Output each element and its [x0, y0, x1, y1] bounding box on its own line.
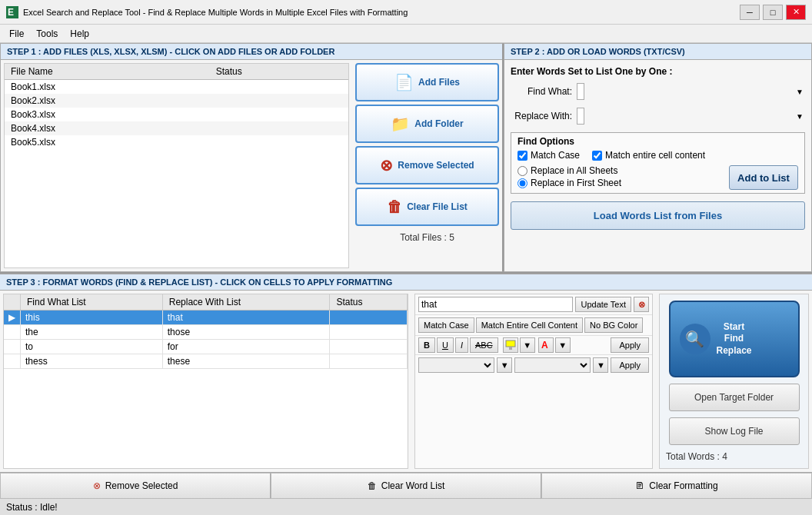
- remove-selected-files-button[interactable]: ⊗ Remove Selected: [355, 146, 499, 184]
- format-panel: Update Text ⊗ Match Case Match Entire Ce…: [414, 294, 653, 469]
- apply-format-button[interactable]: Apply: [611, 337, 649, 353]
- text-color-bg-button[interactable]: [503, 337, 518, 353]
- file-name-cell: Book1.xlsx: [5, 80, 210, 95]
- col-status: Status: [210, 64, 348, 80]
- start-btn-text: Start Find Replace: [717, 321, 752, 357]
- file-row[interactable]: Book1.xlsx: [5, 80, 348, 95]
- minimize-button[interactable]: ─: [740, 5, 760, 20]
- replace-with-input[interactable]: [577, 108, 584, 125]
- match-entire-label: Match entire cell content: [605, 150, 705, 161]
- status-cell: [330, 340, 408, 354]
- clear-word-list-button[interactable]: 🗑 Clear Word List: [271, 473, 541, 499]
- find-what-arrow: ▼: [796, 88, 804, 96]
- status-cell: [330, 325, 408, 340]
- replace-first-label: Replace in First Sheet: [531, 178, 621, 188]
- file-list-area[interactable]: File Name Status Book1.xlsxBook2.xlsxBoo…: [4, 63, 349, 268]
- remove-selected-words-button[interactable]: ⊗ Remove Selected: [0, 473, 271, 499]
- file-table: File Name Status Book1.xlsxBook2.xlsxBoo…: [5, 64, 348, 149]
- file-status-cell: [210, 135, 348, 149]
- replace-all-radio[interactable]: [517, 166, 527, 176]
- clear-formatting-button[interactable]: 🖹 Clear Formatting: [541, 473, 812, 499]
- find-what-input[interactable]: [577, 83, 584, 100]
- word-list-area[interactable]: Find What List Replace With List Status …: [3, 294, 408, 469]
- add-files-button[interactable]: 📄 Add Files: [355, 63, 499, 101]
- file-status-cell: [210, 94, 348, 108]
- update-text-button[interactable]: Update Text: [575, 297, 631, 312]
- font-select[interactable]: [418, 357, 494, 373]
- replace-first-sheet-row: Replace in First Sheet: [517, 178, 729, 188]
- file-row[interactable]: Book4.xlsx: [5, 121, 348, 135]
- menu-file[interactable]: File: [3, 27, 30, 41]
- format-options-row: Match Case Match Entire Cell Content No …: [415, 315, 652, 336]
- add-folder-button[interactable]: 📁 Add Folder: [355, 105, 499, 143]
- match-case-checkbox[interactable]: [517, 151, 527, 161]
- show-log-file-button[interactable]: Show Log File: [669, 417, 800, 445]
- find-what-label: Find What:: [511, 86, 572, 97]
- menu-help[interactable]: Help: [64, 27, 95, 41]
- app-icon: E: [6, 6, 18, 18]
- main-content: STEP 1 : ADD FILES (XLS, XLSX, XLSM) - C…: [0, 43, 812, 498]
- replace-first-radio[interactable]: [517, 178, 527, 188]
- step3-panel: STEP 3 : FORMAT WORDS (FIND & REPLACE LI…: [0, 274, 812, 498]
- file-row[interactable]: Book3.xlsx: [5, 108, 348, 121]
- file-name-cell: Book2.xlsx: [5, 94, 210, 108]
- add-to-list-button[interactable]: Add to List: [729, 165, 798, 190]
- svg-text:A: A: [541, 340, 548, 351]
- word-row[interactable]: thess these: [4, 354, 408, 369]
- file-name-cell: Book5.xlsx: [5, 135, 210, 149]
- apply-format2-button[interactable]: Apply: [611, 357, 649, 373]
- file-name-cell: Book3.xlsx: [5, 108, 210, 121]
- clear-text-button[interactable]: ⊗: [634, 297, 649, 312]
- bottom-buttons: ⊗ Remove Selected 🗑 Clear Word List 🖹 Cl…: [0, 472, 812, 498]
- row-arrow: [4, 325, 21, 340]
- step3-body: Find What List Replace With List Status …: [0, 291, 812, 472]
- italic-button[interactable]: I: [455, 337, 468, 353]
- close-button[interactable]: ✕: [786, 5, 806, 20]
- title-bar: E Excel Search and Replace Tool - Find &…: [0, 0, 812, 25]
- match-case-label: Match Case: [531, 150, 580, 161]
- dropdown-font-button[interactable]: ▼: [555, 337, 571, 353]
- menu-tools[interactable]: Tools: [30, 27, 64, 41]
- svg-rect-2: [506, 341, 515, 347]
- top-section: STEP 1 : ADD FILES (XLS, XLSX, XLSM) - C…: [0, 43, 812, 274]
- start-find-replace-button[interactable]: 🔍 Start Find Replace: [669, 301, 800, 377]
- find-what-wrapper: ▼: [577, 83, 805, 100]
- remove-selected-words-label: Remove Selected: [105, 480, 178, 491]
- window-title: Excel Search and Replace Tool - Find & R…: [23, 8, 740, 17]
- format-match-entire-button[interactable]: Match Entire Cell Content: [476, 317, 583, 333]
- find-cell: the: [21, 325, 163, 340]
- col-replace-with: Replace With List: [162, 294, 330, 311]
- load-words-button[interactable]: Load Words List from Files: [511, 201, 805, 230]
- row-arrow: ▶: [4, 311, 21, 325]
- font-color-button[interactable]: A: [538, 337, 554, 353]
- replace-with-label: Replace With:: [511, 111, 572, 121]
- enter-words-label: Enter Words Set to List One by One :: [511, 66, 805, 77]
- maximize-button[interactable]: □: [763, 5, 783, 20]
- dropdown-size-button[interactable]: ▼: [593, 357, 608, 373]
- format-no-bg-button[interactable]: No BG Color: [584, 317, 643, 333]
- step1-header: STEP 1 : ADD FILES (XLS, XLSX, XLSM) - C…: [1, 44, 502, 60]
- replace-cell: that: [162, 311, 330, 325]
- bold-button[interactable]: B: [418, 337, 435, 353]
- clear-file-list-button[interactable]: 🗑 Clear File List: [355, 188, 499, 226]
- word-row[interactable]: ▶ this that: [4, 311, 408, 325]
- underline-button[interactable]: U: [437, 337, 454, 353]
- file-status-cell: [210, 108, 348, 121]
- strikethrough-button[interactable]: ABC: [470, 337, 498, 353]
- format-match-case-button[interactable]: Match Case: [418, 317, 474, 333]
- file-row[interactable]: Book5.xlsx: [5, 135, 348, 149]
- replace-all-label: Replace in All Sheets: [531, 165, 617, 176]
- word-row[interactable]: the those: [4, 325, 408, 340]
- size-select[interactable]: [514, 357, 591, 373]
- open-target-folder-button[interactable]: Open Target Folder: [669, 384, 800, 411]
- file-row[interactable]: Book2.xlsx: [5, 94, 348, 108]
- folder-icon: 📁: [391, 115, 410, 133]
- dropdown-font2-button[interactable]: ▼: [497, 357, 512, 373]
- dropdown-bg-button[interactable]: ▼: [520, 337, 535, 353]
- match-entire-checkbox[interactable]: [592, 151, 602, 161]
- format-style-row: B U I ABC ▼ A ▼: [415, 336, 652, 355]
- format-text-input[interactable]: [418, 297, 573, 312]
- word-row[interactable]: to for: [4, 340, 408, 354]
- replace-all-sheets-row: Replace in All Sheets: [517, 165, 729, 176]
- replace-with-arrow: ▼: [796, 112, 804, 121]
